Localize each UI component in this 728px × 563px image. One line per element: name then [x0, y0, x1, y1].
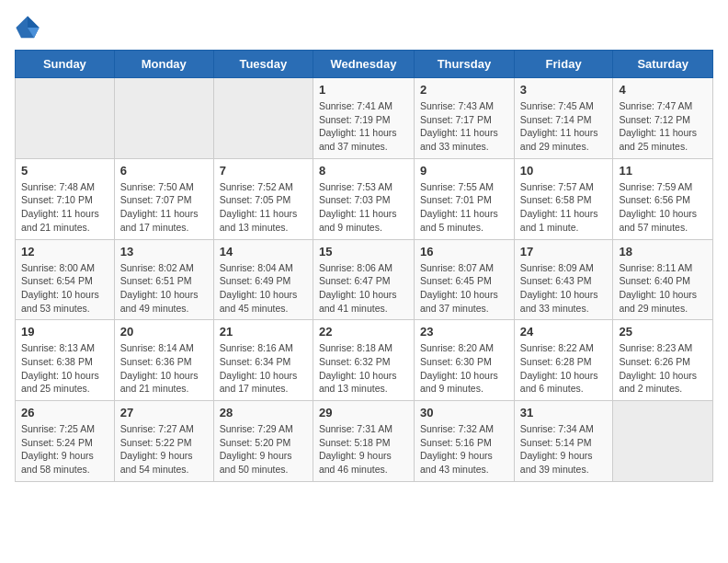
day-info: Sunrise: 7:29 AM Sunset: 5:20 PM Dayligh… [220, 422, 307, 477]
calendar-cell: 31Sunrise: 7:34 AM Sunset: 5:14 PM Dayli… [514, 401, 613, 482]
calendar-cell [114, 78, 213, 159]
day-number: 7 [220, 164, 307, 178]
day-number: 27 [120, 406, 208, 419]
calendar-cell: 1Sunrise: 7:41 AM Sunset: 7:19 PM Daylig… [313, 78, 414, 159]
day-info: Sunrise: 8:02 AM Sunset: 6:51 PM Dayligh… [120, 261, 208, 316]
day-info: Sunrise: 8:16 AM Sunset: 6:34 PM Dayligh… [220, 341, 307, 396]
calendar-cell: 9Sunrise: 7:55 AM Sunset: 7:01 PM Daylig… [415, 158, 515, 239]
day-info: Sunrise: 8:11 AM Sunset: 6:40 PM Dayligh… [619, 261, 707, 316]
day-info: Sunrise: 7:34 AM Sunset: 5:14 PM Dayligh… [520, 422, 608, 477]
col-header-wednesday: Wednesday [313, 51, 414, 78]
calendar-week-row: 19Sunrise: 8:13 AM Sunset: 6:38 PM Dayli… [16, 320, 713, 401]
svg-marker-1 [28, 16, 40, 28]
calendar-cell: 11Sunrise: 7:59 AM Sunset: 6:56 PM Dayli… [613, 158, 713, 239]
day-number: 15 [319, 245, 408, 259]
day-info: Sunrise: 7:27 AM Sunset: 5:22 PM Dayligh… [120, 422, 208, 477]
calendar-cell: 16Sunrise: 8:07 AM Sunset: 6:45 PM Dayli… [415, 239, 515, 320]
day-number: 6 [120, 164, 208, 178]
calendar-cell: 18Sunrise: 8:11 AM Sunset: 6:40 PM Dayli… [613, 239, 713, 320]
day-number: 2 [420, 83, 508, 97]
day-info: Sunrise: 7:41 AM Sunset: 7:19 PM Dayligh… [319, 99, 408, 154]
day-info: Sunrise: 7:52 AM Sunset: 7:05 PM Dayligh… [220, 180, 307, 235]
day-number: 23 [420, 325, 508, 339]
logo [15, 15, 44, 40]
calendar-cell: 6Sunrise: 7:50 AM Sunset: 7:07 PM Daylig… [114, 158, 213, 239]
calendar-cell: 26Sunrise: 7:25 AM Sunset: 5:24 PM Dayli… [16, 401, 115, 482]
day-number: 21 [220, 325, 307, 339]
calendar-cell: 10Sunrise: 7:57 AM Sunset: 6:58 PM Dayli… [514, 158, 613, 239]
calendar-week-row: 1Sunrise: 7:41 AM Sunset: 7:19 PM Daylig… [16, 78, 713, 159]
col-header-sunday: Sunday [16, 51, 115, 78]
day-number: 25 [619, 325, 707, 339]
day-number: 24 [520, 325, 608, 339]
day-info: Sunrise: 7:53 AM Sunset: 7:03 PM Dayligh… [319, 180, 408, 235]
day-info: Sunrise: 7:55 AM Sunset: 7:01 PM Dayligh… [420, 180, 508, 235]
calendar-cell: 12Sunrise: 8:00 AM Sunset: 6:54 PM Dayli… [16, 239, 115, 320]
calendar-cell: 29Sunrise: 7:31 AM Sunset: 5:18 PM Dayli… [313, 401, 414, 482]
calendar-cell [16, 78, 115, 159]
day-info: Sunrise: 7:47 AM Sunset: 7:12 PM Dayligh… [619, 99, 707, 154]
col-header-saturday: Saturday [613, 51, 713, 78]
day-info: Sunrise: 8:14 AM Sunset: 6:36 PM Dayligh… [120, 341, 208, 396]
calendar-header-row: SundayMondayTuesdayWednesdayThursdayFrid… [16, 51, 713, 78]
calendar-cell: 2Sunrise: 7:43 AM Sunset: 7:17 PM Daylig… [415, 78, 515, 159]
day-info: Sunrise: 8:00 AM Sunset: 6:54 PM Dayligh… [21, 261, 108, 316]
day-info: Sunrise: 7:25 AM Sunset: 5:24 PM Dayligh… [21, 422, 108, 477]
calendar-cell: 24Sunrise: 8:22 AM Sunset: 6:28 PM Dayli… [514, 320, 613, 401]
calendar-cell: 8Sunrise: 7:53 AM Sunset: 7:03 PM Daylig… [313, 158, 414, 239]
day-number: 28 [220, 406, 307, 419]
day-info: Sunrise: 7:50 AM Sunset: 7:07 PM Dayligh… [120, 180, 208, 235]
day-number: 10 [520, 164, 608, 178]
calendar-cell: 20Sunrise: 8:14 AM Sunset: 6:36 PM Dayli… [114, 320, 213, 401]
day-number: 1 [319, 83, 408, 97]
day-number: 17 [520, 245, 608, 259]
day-number: 4 [619, 83, 707, 97]
calendar-cell: 17Sunrise: 8:09 AM Sunset: 6:43 PM Dayli… [514, 239, 613, 320]
day-info: Sunrise: 8:18 AM Sunset: 6:32 PM Dayligh… [319, 341, 408, 396]
day-info: Sunrise: 7:48 AM Sunset: 7:10 PM Dayligh… [21, 180, 108, 235]
day-info: Sunrise: 7:43 AM Sunset: 7:17 PM Dayligh… [420, 99, 508, 154]
day-number: 9 [420, 164, 508, 178]
day-number: 19 [21, 325, 108, 339]
calendar-cell: 13Sunrise: 8:02 AM Sunset: 6:51 PM Dayli… [114, 239, 213, 320]
calendar-cell: 25Sunrise: 8:23 AM Sunset: 6:26 PM Dayli… [613, 320, 713, 401]
day-number: 29 [319, 406, 408, 419]
day-number: 11 [619, 164, 707, 178]
calendar-cell: 21Sunrise: 8:16 AM Sunset: 6:34 PM Dayli… [213, 320, 313, 401]
calendar-cell: 22Sunrise: 8:18 AM Sunset: 6:32 PM Dayli… [313, 320, 414, 401]
calendar-cell: 23Sunrise: 8:20 AM Sunset: 6:30 PM Dayli… [415, 320, 515, 401]
logo-icon [15, 15, 40, 40]
calendar-cell: 27Sunrise: 7:27 AM Sunset: 5:22 PM Dayli… [114, 401, 213, 482]
day-number: 3 [520, 83, 608, 97]
day-info: Sunrise: 8:07 AM Sunset: 6:45 PM Dayligh… [420, 261, 508, 316]
page-header [15, 15, 713, 40]
day-number: 14 [220, 245, 307, 259]
calendar-week-row: 12Sunrise: 8:00 AM Sunset: 6:54 PM Dayli… [16, 239, 713, 320]
day-info: Sunrise: 7:45 AM Sunset: 7:14 PM Dayligh… [520, 99, 608, 154]
day-info: Sunrise: 8:22 AM Sunset: 6:28 PM Dayligh… [520, 341, 608, 396]
col-header-tuesday: Tuesday [213, 51, 313, 78]
day-info: Sunrise: 8:23 AM Sunset: 6:26 PM Dayligh… [619, 341, 707, 396]
day-number: 30 [420, 406, 508, 419]
day-info: Sunrise: 8:06 AM Sunset: 6:47 PM Dayligh… [319, 261, 408, 316]
day-number: 8 [319, 164, 408, 178]
calendar-cell: 3Sunrise: 7:45 AM Sunset: 7:14 PM Daylig… [514, 78, 613, 159]
col-header-thursday: Thursday [415, 51, 515, 78]
calendar-week-row: 26Sunrise: 7:25 AM Sunset: 5:24 PM Dayli… [16, 401, 713, 482]
day-info: Sunrise: 7:59 AM Sunset: 6:56 PM Dayligh… [619, 180, 707, 235]
day-info: Sunrise: 8:13 AM Sunset: 6:38 PM Dayligh… [21, 341, 108, 396]
calendar-cell: 7Sunrise: 7:52 AM Sunset: 7:05 PM Daylig… [213, 158, 313, 239]
calendar-cell: 14Sunrise: 8:04 AM Sunset: 6:49 PM Dayli… [213, 239, 313, 320]
day-number: 5 [21, 164, 108, 178]
day-info: Sunrise: 7:32 AM Sunset: 5:16 PM Dayligh… [420, 422, 508, 477]
day-number: 13 [120, 245, 208, 259]
day-info: Sunrise: 7:31 AM Sunset: 5:18 PM Dayligh… [319, 422, 408, 477]
calendar-cell: 28Sunrise: 7:29 AM Sunset: 5:20 PM Dayli… [213, 401, 313, 482]
col-header-monday: Monday [114, 51, 213, 78]
calendar-cell: 5Sunrise: 7:48 AM Sunset: 7:10 PM Daylig… [16, 158, 115, 239]
calendar-week-row: 5Sunrise: 7:48 AM Sunset: 7:10 PM Daylig… [16, 158, 713, 239]
col-header-friday: Friday [514, 51, 613, 78]
day-info: Sunrise: 8:20 AM Sunset: 6:30 PM Dayligh… [420, 341, 508, 396]
calendar-cell: 19Sunrise: 8:13 AM Sunset: 6:38 PM Dayli… [16, 320, 115, 401]
day-number: 26 [21, 406, 108, 419]
